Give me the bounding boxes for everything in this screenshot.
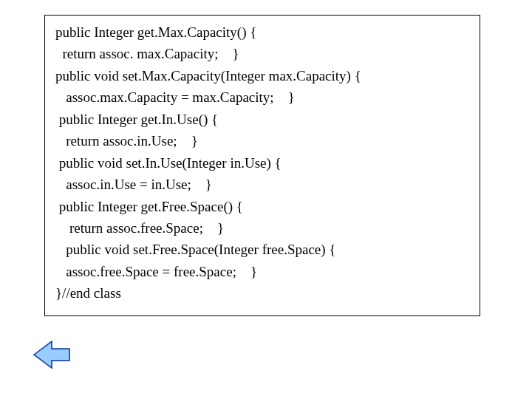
code-line: assoc.free.Space = free.Space; } [55,261,472,282]
code-line: public void set.In.Use(Integer in.Use) { [55,152,472,174]
code-line: return assoc. max.Capacity; } [55,43,472,64]
code-line: return assoc.free.Space; } [55,217,472,239]
code-line: assoc.in.Use = in.Use; } [55,174,472,195]
code-line: assoc.max.Capacity = max.Capacity; } [55,86,472,108]
code-line: public void set.Free.Space(Integer free.… [55,239,472,260]
code-line: public Integer get.Free.Space() { [55,196,472,217]
code-line: public Integer get.In.Use() { [55,109,472,130]
code-line: return assoc.in.Use; } [55,130,472,151]
code-box: public Integer get.Max.Capacity() { retu… [44,15,480,316]
code-line: public void set.Max.Capacity(Integer max… [55,65,472,86]
svg-marker-0 [34,341,69,368]
code-line: public Integer get.Max.Capacity() { [55,21,472,43]
back-button[interactable] [33,340,71,369]
arrow-left-icon [33,340,71,369]
code-line: }//end class [55,282,472,304]
